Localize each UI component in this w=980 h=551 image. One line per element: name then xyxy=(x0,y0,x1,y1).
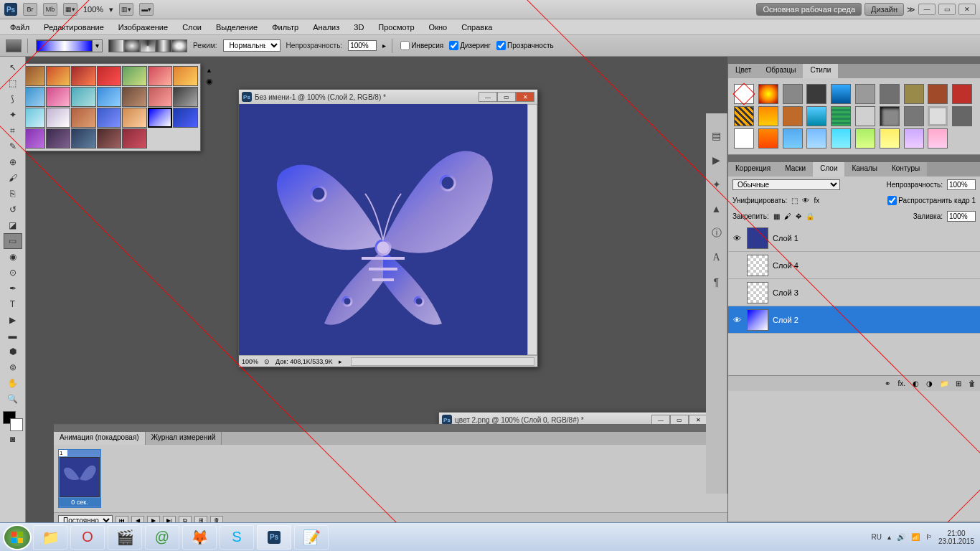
brush-tool[interactable]: 🖌 xyxy=(4,170,22,186)
eraser-tool[interactable]: ◪ xyxy=(4,217,22,233)
pen-tool[interactable]: ✒ xyxy=(4,281,22,296)
gradient-swatch[interactable] xyxy=(173,66,198,86)
menu-file[interactable]: Файл xyxy=(4,22,35,33)
maximize-button[interactable]: ▭ xyxy=(938,4,956,15)
gradient-swatch[interactable] xyxy=(148,108,173,128)
bridge-button[interactable]: Br xyxy=(23,3,37,16)
task-photoshop[interactable]: Ps xyxy=(257,525,291,550)
network-icon[interactable]: 📶 xyxy=(911,533,920,541)
adjustment-layer-icon[interactable]: ◑ xyxy=(926,380,933,387)
style-swatch[interactable] xyxy=(855,84,875,104)
style-swatch[interactable] xyxy=(758,128,778,149)
gradient-swatch[interactable] xyxy=(122,128,147,149)
style-swatch[interactable] xyxy=(734,84,754,104)
gradient-swatch[interactable] xyxy=(46,87,71,107)
task-media[interactable]: 🎬 xyxy=(108,525,142,550)
loop-select[interactable]: Постоянно xyxy=(58,515,113,522)
gradient-swatch[interactable] xyxy=(71,66,96,86)
gradient-swatch[interactable] xyxy=(97,128,122,149)
task-opera[interactable]: O xyxy=(70,525,105,550)
gradient-swatch[interactable] xyxy=(46,108,71,128)
blur-tool[interactable]: ◉ xyxy=(4,249,22,265)
tool-preset-picker[interactable] xyxy=(6,39,22,52)
gradient-swatch[interactable] xyxy=(148,87,173,107)
first-frame-button[interactable]: ⏮ xyxy=(116,516,128,523)
gradient-swatch[interactable] xyxy=(97,108,122,128)
gradient-swatch[interactable] xyxy=(71,108,96,128)
action-center-icon[interactable]: 🏳 xyxy=(925,533,933,541)
propagate-checkbox[interactable]: Распространить кадр 1 xyxy=(887,196,976,205)
tab-styles[interactable]: Стили xyxy=(803,64,838,78)
style-swatch[interactable] xyxy=(831,106,851,126)
layer-name[interactable]: Слой 1 xyxy=(773,234,798,242)
minimize-button[interactable]: — xyxy=(918,4,936,15)
dodge-tool[interactable]: ⊙ xyxy=(4,265,22,281)
style-swatch[interactable] xyxy=(734,128,754,149)
gradient-swatch[interactable] xyxy=(46,128,71,149)
workspace-more-icon[interactable]: ≫ xyxy=(907,5,915,14)
style-swatch[interactable] xyxy=(880,106,900,126)
style-swatch[interactable] xyxy=(758,84,778,104)
style-swatch[interactable] xyxy=(880,128,900,149)
delete-frame-button[interactable]: 🗑 xyxy=(210,516,223,523)
layer-blend-select[interactable]: Обычные xyxy=(732,179,840,190)
workspace-primary[interactable]: Основная рабочая среда xyxy=(756,3,862,16)
minibridge-button[interactable]: Mb xyxy=(43,3,57,16)
lock-all-icon[interactable]: 🔒 xyxy=(806,212,814,220)
style-swatch[interactable] xyxy=(831,128,851,149)
style-swatch[interactable] xyxy=(783,128,803,149)
tray-up-icon[interactable]: ▴ xyxy=(887,533,891,541)
start-button[interactable] xyxy=(3,524,32,550)
style-swatch[interactable] xyxy=(904,128,924,149)
actions-icon[interactable]: ▶ xyxy=(709,152,725,168)
layer-group-icon[interactable]: 📁 xyxy=(940,380,948,387)
lock-pixels-icon[interactable]: 🖌 xyxy=(784,212,791,220)
gradient-swatch[interactable] xyxy=(26,66,45,86)
next-frame-button[interactable]: ▶| xyxy=(163,516,176,523)
style-swatch[interactable] xyxy=(758,106,778,126)
unify-position-icon[interactable]: ⬚ xyxy=(791,197,798,204)
style-swatch[interactable] xyxy=(952,106,972,126)
style-swatch[interactable] xyxy=(806,84,826,104)
tab-layers[interactable]: Слои xyxy=(813,162,844,176)
gradient-swatch[interactable] xyxy=(26,128,45,149)
gradient-swatch[interactable] xyxy=(122,66,147,86)
tab-channels[interactable]: Каналы xyxy=(844,162,885,176)
gradient-swatch[interactable] xyxy=(71,128,96,149)
style-swatch[interactable] xyxy=(855,106,875,126)
color-swatches[interactable] xyxy=(3,411,23,431)
gradient-swatch[interactable] xyxy=(46,66,71,86)
close-button[interactable]: ✕ xyxy=(958,4,976,15)
task-explorer[interactable]: 📁 xyxy=(33,525,67,550)
zoom-tool[interactable]: 🔍 xyxy=(4,391,22,407)
prev-frame-button[interactable]: ◀ xyxy=(131,516,144,523)
type-tool[interactable]: T xyxy=(4,296,22,312)
task-mail[interactable]: @ xyxy=(145,525,179,550)
style-swatch[interactable] xyxy=(734,106,754,126)
language-indicator[interactable]: RU xyxy=(871,533,881,541)
style-swatch[interactable] xyxy=(806,106,826,126)
shape-tool[interactable]: ▬ xyxy=(4,328,22,344)
play-button[interactable]: ▶ xyxy=(147,516,160,523)
quickmask-tool[interactable]: ◙ xyxy=(4,431,22,447)
style-swatch[interactable] xyxy=(855,128,875,149)
style-swatch[interactable] xyxy=(904,84,924,104)
background-color[interactable] xyxy=(10,418,23,431)
gradient-swatch[interactable] xyxy=(122,87,147,107)
path-select-tool[interactable]: ▶ xyxy=(4,312,22,328)
3d-tool[interactable]: ⬢ xyxy=(4,344,22,359)
tween-button[interactable]: ⧉ xyxy=(179,516,192,523)
picker-menu-icon[interactable]: ◉ xyxy=(206,77,213,86)
new-frame-button[interactable]: ⊞ xyxy=(194,516,207,523)
fill-input[interactable] xyxy=(947,211,976,222)
gradient-swatch[interactable] xyxy=(148,66,173,86)
style-swatch[interactable] xyxy=(783,84,803,104)
style-swatch[interactable] xyxy=(952,84,972,104)
3d-camera-tool[interactable]: ⊚ xyxy=(4,359,22,375)
tab-paths[interactable]: Контуры xyxy=(885,162,927,176)
style-swatch[interactable] xyxy=(928,84,948,104)
gradient-swatch[interactable] xyxy=(173,87,198,107)
gradient-swatch[interactable] xyxy=(97,66,122,86)
gradient-swatch[interactable] xyxy=(71,87,96,107)
volume-icon[interactable]: 🔊 xyxy=(897,533,905,541)
